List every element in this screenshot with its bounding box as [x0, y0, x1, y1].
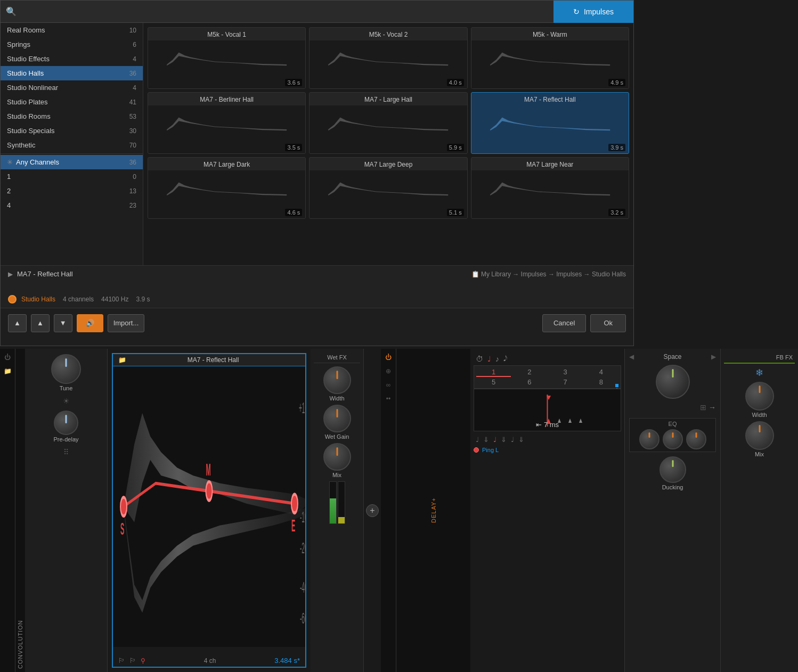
delay-note1-icon[interactable]: ♩ [476, 436, 479, 444]
delay-note-icons: ⏱ ♩ ♪ 𝅘𝅥𝅮 [474, 352, 621, 365]
clock-icon[interactable]: ⏱ [476, 355, 483, 363]
tune-knob[interactable] [51, 354, 81, 384]
sidebar-item-synthetic[interactable]: Synthetic70 [1, 138, 143, 152]
fb-width-knob-group: Width [724, 382, 795, 418]
svg-text:S: S [120, 519, 124, 538]
delay-num-4[interactable]: 4 [584, 368, 618, 377]
delay-num-8[interactable]: 8 · [584, 378, 618, 386]
sidebar-item-studio-specials[interactable]: Studio Specials30 [1, 124, 143, 138]
conv-controls: Tune ☀ Pre-delay ⠿ [25, 349, 108, 672]
mix-knob[interactable] [323, 443, 351, 471]
predelay-indicator [65, 415, 67, 423]
delay-num-6[interactable]: 6 [512, 378, 547, 386]
delay-num-5[interactable]: 5 [476, 378, 511, 386]
grid-item-4[interactable]: MA7 - Large Hall5.9 s [309, 92, 467, 154]
sidebar-item-real-rooms[interactable]: Real Rooms10 [1, 23, 143, 37]
selected-name-text: MA7 - Reflect Hall [17, 270, 73, 278]
impulse-folder-icon[interactable]: 📁 [118, 356, 126, 364]
sidebar-item-studio-nonlinear[interactable]: Studio Nonlinear4 [1, 80, 143, 95]
category-pill[interactable]: Studio Halls [8, 295, 55, 304]
grid-item-6[interactable]: MA7 Large Dark4.6 s [148, 157, 306, 219]
delay-folder-icon[interactable]: ⊕ [383, 366, 394, 376]
level-bar-green-1 [330, 498, 336, 523]
grid-item-7[interactable]: MA7 Large Deep5.1 s [309, 157, 467, 219]
impulse-title: MA7 - Reflect Hall [188, 356, 239, 364]
search-input[interactable] [20, 7, 613, 15]
play-icon[interactable]: ▶ [8, 271, 13, 278]
collapse-button[interactable]: ▲ [8, 314, 27, 332]
delay-num-3[interactable]: 3 [548, 368, 583, 377]
sidebar-item-studio-halls[interactable]: Studio Halls36 [1, 66, 143, 80]
channel-filter-4[interactable]: 423 [1, 198, 143, 212]
ducking-knob[interactable] [659, 456, 686, 483]
channel-filter-1[interactable]: 10 [1, 169, 143, 184]
impulse-display: 📁 MA7 - Reflect Hall +10 [112, 353, 306, 668]
delay-num-1[interactable]: 1 [476, 368, 511, 377]
impulses-tab[interactable]: ↻ Impulses [553, 1, 633, 23]
space-left-arrow[interactable]: ◀ [629, 353, 634, 360]
folder-icon[interactable]: 📁 [2, 366, 13, 376]
eq-knob-3-indicator [695, 432, 697, 438]
width-label: Width [329, 395, 344, 401]
grid-item-1[interactable]: M5k - Vocal 24.0 s [309, 27, 467, 89]
grid-item-8[interactable]: MA7 Large Near3.2 s [471, 157, 629, 219]
brightness-icon[interactable]: ☀ [63, 397, 70, 405]
svg-marker-8 [490, 183, 610, 196]
cancel-button[interactable]: Cancel [542, 314, 586, 332]
power-icon[interactable]: ⏻ [2, 352, 13, 363]
sidebar-item-count: 36 [129, 70, 136, 77]
sidebar-item-label: Studio Plates [7, 98, 48, 106]
svg-marker-0 [167, 53, 287, 66]
channel-count: 0 [133, 173, 136, 181]
delay-timeline[interactable]: ⇤ 7 ms [474, 389, 621, 431]
fb-width-knob[interactable] [745, 382, 774, 411]
info-bar-bottom: Studio Halls 4 channels 44100 Hz 3.9 s [8, 295, 626, 304]
delay-dots-icon[interactable]: •• [383, 394, 394, 404]
wetgain-knob[interactable] [323, 405, 351, 432]
level-meter-2 [338, 481, 345, 524]
sidebar-item-springs[interactable]: Springs6 [1, 37, 143, 52]
prev-button[interactable]: ▲ [31, 314, 50, 332]
width-knob[interactable] [323, 366, 351, 394]
predelay-knob[interactable] [54, 411, 78, 435]
grid-item-5[interactable]: MA7 - Reflect Hall3.9 s [471, 92, 629, 154]
next-button[interactable]: ▼ [54, 314, 72, 332]
channel-label: 2 [7, 187, 11, 195]
space-right-arrow[interactable]: ▶ [711, 353, 716, 360]
delay-arrow2-icon: ⇓ [501, 436, 507, 444]
duration-badge-6: 4.6 s [285, 209, 302, 216]
impulses-icon: ↻ [573, 7, 580, 16]
grid-item-3[interactable]: MA7 - Berliner Hall3.5 s [148, 92, 306, 154]
sidebar-item-studio-rooms[interactable]: Studio Rooms53 [1, 109, 143, 124]
arrow-right-icon[interactable]: → [709, 403, 716, 412]
svg-text:-20: -20 [300, 539, 305, 557]
dots-icon[interactable]: ⠿ [63, 448, 69, 456]
channel-filter-any-channels[interactable]: ✳Any Channels36 [1, 155, 143, 169]
eq-knob-2[interactable] [663, 429, 683, 449]
snowflake-icon[interactable]: ❄ [755, 367, 763, 379]
sidebar-item-studio-plates[interactable]: Studio Plates41 [1, 95, 143, 109]
delay-num-2[interactable]: 2 [512, 368, 547, 377]
space-knob[interactable] [656, 365, 690, 399]
duration-badge-0: 3.6 s [285, 79, 302, 86]
speaker-button[interactable]: 🔊 [77, 314, 103, 332]
fb-mix-knob[interactable] [745, 421, 774, 450]
grid-item-0[interactable]: M5k - Vocal 13.6 s [148, 27, 306, 89]
add-fx-button[interactable]: + [366, 504, 379, 517]
sidebar-item-studio-effects[interactable]: Studio Effects4 [1, 52, 143, 66]
delay-link-icon[interactable]: ∞ [383, 380, 394, 390]
delay-power-icon[interactable]: ⏻ [383, 352, 394, 363]
eq-knob-1[interactable] [639, 429, 659, 449]
eq-knob-3[interactable] [686, 429, 706, 449]
space-label: Space [663, 353, 681, 360]
delay-ms-value: 7 ms [544, 421, 559, 429]
import-button[interactable]: Import... [108, 314, 145, 332]
copy-icon[interactable]: ⊞ [700, 403, 706, 412]
ok-button[interactable]: Ok [590, 314, 626, 332]
svg-point-18 [291, 494, 298, 513]
sidebar-item-count: 4 [133, 84, 136, 92]
grid-item-2[interactable]: M5k - Warm4.9 s [471, 27, 629, 89]
channel-filter-2[interactable]: 213 [1, 184, 143, 198]
delay-num-7[interactable]: 7 [548, 378, 583, 386]
waveform-svg-3 [148, 105, 305, 153]
